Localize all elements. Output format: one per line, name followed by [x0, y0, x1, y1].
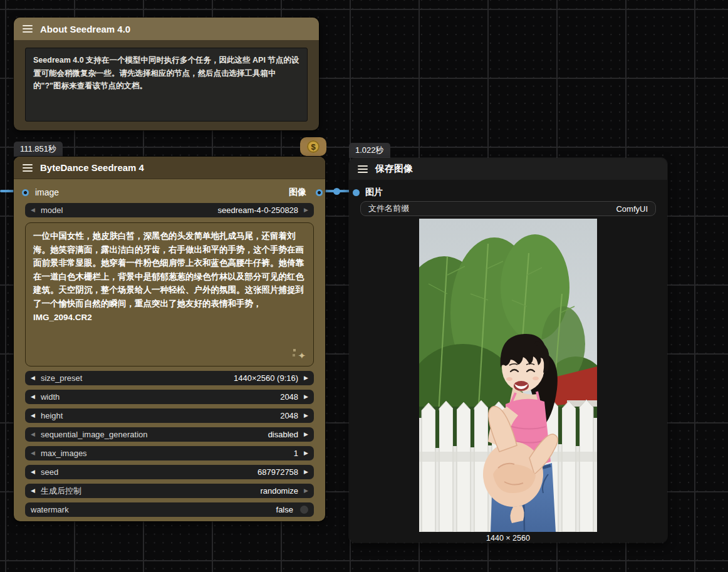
save-image-node[interactable]: 保存图像 图片 文件名前缀 ComfyUI	[349, 158, 667, 543]
about-note-node[interactable]: About Seedream 4.0 Seedream 4.0 支持在一个模型中…	[14, 18, 319, 130]
prompt-text: 一位中国女性，她皮肤白皙，深黑色的头发简单地扎成马尾，还留着刘海。她笑容满面，露…	[33, 231, 304, 322]
filename-prefix-widget[interactable]: 文件名前缀 ComfyUI	[360, 201, 656, 216]
widget-value: 2048	[280, 411, 298, 420]
io-row: 图片	[349, 185, 667, 200]
widget-label: 文件名前缀	[368, 203, 409, 214]
decrement-arrow-icon[interactable]: ◀	[31, 432, 35, 437]
about-node-header[interactable]: About Seedream 4.0	[14, 18, 319, 40]
note-text[interactable]: Seedream 4.0 支持在一个模型中同时执行多个任务，因此这些 API 节…	[25, 48, 308, 122]
widget-value: 1440×2560 (9:16)	[234, 373, 298, 383]
widget-value: 2048	[280, 392, 298, 402]
widget-sequential-image-generation[interactable]: ◀ sequential_image_generation disabled ▶	[25, 427, 314, 442]
widget-value: 1	[294, 449, 298, 458]
increment-arrow-icon[interactable]: ▶	[304, 375, 308, 381]
decrement-arrow-icon[interactable]: ◀	[31, 375, 35, 381]
increment-arrow-icon[interactable]: ▶	[304, 469, 308, 475]
widget-size-preset[interactable]: ◀ size_preset 1440×2560 (9:16) ▶	[25, 371, 314, 385]
menu-icon[interactable]	[358, 165, 368, 173]
widget-value: ComfyUI	[616, 204, 648, 214]
link-midpoint-dot[interactable]	[333, 188, 340, 195]
image-output-port[interactable]	[316, 189, 323, 196]
node-title: ByteDance Seedream 4	[40, 162, 144, 173]
widget-control-after-generate[interactable]: ◀ 生成后控制 randomize ▶	[25, 484, 314, 498]
widget-label: seed	[41, 467, 58, 477]
image-input-port[interactable]	[353, 189, 360, 196]
widget-label: watermark	[31, 505, 69, 514]
widget-label: width	[41, 392, 60, 402]
dollar-coin-icon: $	[307, 140, 320, 153]
preview-photo[interactable]	[419, 219, 597, 532]
execution-time-badge: 1.022秒	[349, 143, 390, 158]
menu-icon[interactable]	[23, 25, 33, 33]
decrement-arrow-icon[interactable]: ◀	[31, 394, 35, 400]
io-row: image 图像	[14, 184, 325, 200]
widget-value: false	[276, 505, 293, 514]
node-title: 保存图像	[375, 163, 413, 175]
execution-time-badge: 111.851秒	[14, 142, 63, 157]
increment-arrow-icon[interactable]: ▶	[304, 413, 308, 419]
increment-arrow-icon[interactable]: ▶	[304, 488, 308, 494]
input-label: 图片	[365, 187, 383, 198]
sparkle-icon[interactable]: ✦	[298, 348, 306, 363]
widget-label: sequential_image_generation	[41, 430, 148, 439]
input-label: image	[35, 187, 59, 197]
image-preview-area: 1440 × 2560	[349, 219, 667, 543]
widget-label: height	[41, 411, 63, 420]
widget-value: randomize	[260, 486, 298, 496]
boolean-toggle-icon[interactable]	[300, 506, 308, 514]
increment-arrow-icon[interactable]: ▶	[304, 450, 308, 456]
seedream-node-header[interactable]: ByteDance Seedream 4	[14, 157, 325, 179]
widget-seed[interactable]: ◀ seed 687972758 ▶	[25, 465, 314, 479]
widget-value: 687972758	[257, 467, 298, 477]
decrement-arrow-icon[interactable]: ◀	[31, 450, 35, 456]
decrement-arrow-icon[interactable]: ◀	[31, 488, 35, 494]
image-input-port[interactable]	[22, 189, 29, 196]
node-graph-canvas[interactable]: 111.851秒 1.022秒 $ About Seedream 4.0 See…	[0, 0, 728, 572]
widget-label: size_preset	[41, 373, 82, 383]
widget-label: model	[41, 205, 63, 215]
output-label: 图像	[289, 187, 306, 198]
widget-value: disabled	[268, 430, 298, 439]
decrement-arrow-icon[interactable]: ◀	[31, 207, 35, 213]
increment-arrow-icon[interactable]: ▶	[304, 394, 308, 400]
menu-icon[interactable]	[23, 164, 33, 172]
decrement-arrow-icon[interactable]: ◀	[31, 469, 35, 475]
prompt-textarea[interactable]: 一位中国女性，她皮肤白皙，深黑色的头发简单地扎成马尾，还留着刘海。她笑容满面，露…	[25, 222, 314, 367]
widget-height[interactable]: ◀ height 2048 ▶	[25, 408, 314, 423]
increment-arrow-icon[interactable]: ▶	[304, 207, 308, 213]
api-cost-badge: $	[300, 137, 326, 156]
seedream-node[interactable]: ByteDance Seedream 4 image 图像 ◀ model se…	[14, 157, 325, 521]
widget-watermark[interactable]: watermark false	[25, 502, 314, 517]
widget-label: 生成后控制	[41, 486, 81, 497]
image-dimensions-label: 1440 × 2560	[486, 534, 530, 543]
node-title: About Seedream 4.0	[40, 24, 130, 34]
increment-arrow-icon[interactable]: ▶	[304, 432, 308, 437]
widget-width[interactable]: ◀ width 2048 ▶	[25, 390, 314, 404]
widget-max-images[interactable]: ◀ max_images 1 ▶	[25, 446, 314, 460]
decrement-arrow-icon[interactable]: ◀	[31, 413, 35, 419]
save-node-header[interactable]: 保存图像	[349, 158, 667, 180]
widget-value: seedream-4-0-250828	[217, 205, 298, 215]
widget-label: max_images	[41, 449, 87, 458]
widget-model[interactable]: ◀ model seedream-4-0-250828 ▶	[25, 203, 314, 217]
